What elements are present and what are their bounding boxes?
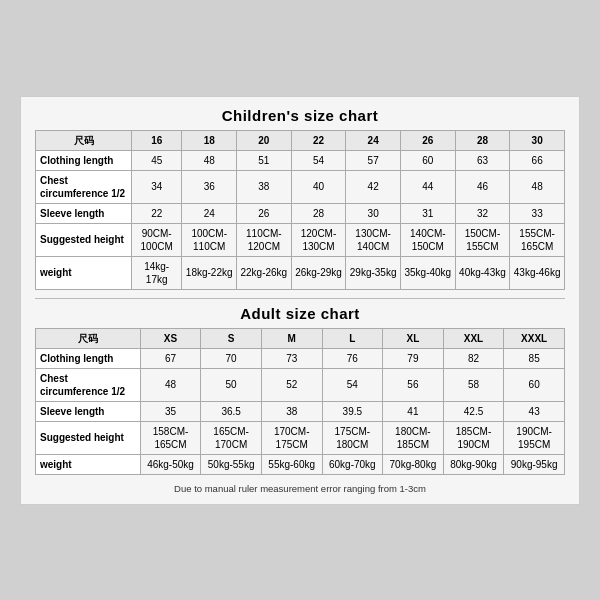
adult-row-label-0: Clothing length [36, 348, 141, 368]
adult-cell-2-5: 42.5 [443, 401, 504, 421]
children-cell-1-7: 48 [510, 170, 565, 203]
adult-cell-2-2: 38 [261, 401, 322, 421]
adult-header-3: M [261, 328, 322, 348]
children-header-8: 30 [510, 130, 565, 150]
children-cell-3-3: 120CM-130CM [291, 223, 346, 256]
adult-cell-0-1: 70 [201, 348, 262, 368]
children-title: Children's size chart [35, 107, 565, 124]
children-row-label-4: weight [36, 256, 132, 289]
children-row-label-2: Sleeve length [36, 203, 132, 223]
children-cell-1-4: 42 [346, 170, 401, 203]
children-cell-1-0: 34 [132, 170, 182, 203]
adult-cell-3-3: 175CM-180CM [322, 421, 383, 454]
adult-cell-1-0: 48 [140, 368, 201, 401]
adult-cell-1-5: 58 [443, 368, 504, 401]
children-cell-1-6: 46 [455, 170, 510, 203]
children-row-3: Suggested height90CM-100CM100CM-110CM110… [36, 223, 565, 256]
children-cell-3-0: 90CM-100CM [132, 223, 182, 256]
children-cell-2-3: 28 [291, 203, 346, 223]
adult-header-1: XS [140, 328, 201, 348]
adult-row-2: Sleeve length3536.53839.54142.543 [36, 401, 565, 421]
children-cell-0-4: 57 [346, 150, 401, 170]
children-row-label-0: Clothing length [36, 150, 132, 170]
children-row-4: weight14kg-17kg18kg-22kg22kg-26kg26kg-29… [36, 256, 565, 289]
children-cell-2-0: 22 [132, 203, 182, 223]
adult-cell-4-4: 70kg-80kg [383, 454, 444, 474]
adult-title: Adult size chart [35, 305, 565, 322]
children-header-3: 20 [237, 130, 292, 150]
children-cell-3-1: 100CM-110CM [182, 223, 237, 256]
adult-cell-2-1: 36.5 [201, 401, 262, 421]
children-cell-0-1: 48 [182, 150, 237, 170]
adult-cell-0-6: 85 [504, 348, 565, 368]
children-table: 尺码1618202224262830 Clothing length454851… [35, 130, 565, 290]
adult-cell-3-5: 185CM-190CM [443, 421, 504, 454]
adult-row-0: Clothing length67707376798285 [36, 348, 565, 368]
chart-wrapper: Children's size chart 尺码1618202224262830… [20, 96, 580, 505]
adult-cell-1-1: 50 [201, 368, 262, 401]
adult-cell-3-4: 180CM-185CM [383, 421, 444, 454]
adult-cell-3-1: 165CM-170CM [201, 421, 262, 454]
children-header-7: 28 [455, 130, 510, 150]
adult-header-6: XXL [443, 328, 504, 348]
children-row-2: Sleeve length2224262830313233 [36, 203, 565, 223]
children-cell-4-3: 26kg-29kg [291, 256, 346, 289]
children-cell-0-5: 60 [400, 150, 455, 170]
children-cell-3-5: 140CM-150CM [400, 223, 455, 256]
adult-cell-4-1: 50kg-55kg [201, 454, 262, 474]
adult-header-2: S [201, 328, 262, 348]
adult-header-0: 尺码 [36, 328, 141, 348]
adult-row-label-4: weight [36, 454, 141, 474]
adult-row-1: Chest circumference 1/248505254565860 [36, 368, 565, 401]
adult-row-label-2: Sleeve length [36, 401, 141, 421]
children-header-2: 18 [182, 130, 237, 150]
children-header-1: 16 [132, 130, 182, 150]
children-row-label-1: Chest circumference 1/2 [36, 170, 132, 203]
children-row-0: Clothing length4548515457606366 [36, 150, 565, 170]
adult-cell-2-3: 39.5 [322, 401, 383, 421]
adult-cell-3-2: 170CM-175CM [261, 421, 322, 454]
children-cell-4-5: 35kg-40kg [400, 256, 455, 289]
children-cell-4-7: 43kg-46kg [510, 256, 565, 289]
children-cell-2-1: 24 [182, 203, 237, 223]
adult-cell-1-4: 56 [383, 368, 444, 401]
adult-cell-4-5: 80kg-90kg [443, 454, 504, 474]
adult-row-4: weight46kg-50kg50kg-55kg55kg-60kg60kg-70… [36, 454, 565, 474]
children-row-1: Chest circumference 1/23436384042444648 [36, 170, 565, 203]
children-cell-0-2: 51 [237, 150, 292, 170]
adult-row-label-3: Suggested height [36, 421, 141, 454]
adult-cell-4-3: 60kg-70kg [322, 454, 383, 474]
adult-cell-4-0: 46kg-50kg [140, 454, 201, 474]
adult-cell-0-3: 76 [322, 348, 383, 368]
children-cell-2-4: 30 [346, 203, 401, 223]
children-row-label-3: Suggested height [36, 223, 132, 256]
adult-cell-0-4: 79 [383, 348, 444, 368]
children-cell-1-3: 40 [291, 170, 346, 203]
adult-row-3: Suggested height158CM-165CM165CM-170CM17… [36, 421, 565, 454]
children-cell-4-6: 40kg-43kg [455, 256, 510, 289]
children-header-0: 尺码 [36, 130, 132, 150]
adult-cell-2-4: 41 [383, 401, 444, 421]
children-cell-4-4: 29kg-35kg [346, 256, 401, 289]
children-cell-0-3: 54 [291, 150, 346, 170]
adult-cell-3-0: 158CM-165CM [140, 421, 201, 454]
divider [35, 298, 565, 299]
adult-header-4: L [322, 328, 383, 348]
adult-header-7: XXXL [504, 328, 565, 348]
adult-row-label-1: Chest circumference 1/2 [36, 368, 141, 401]
children-cell-3-4: 130CM-140CM [346, 223, 401, 256]
children-cell-3-7: 155CM-165CM [510, 223, 565, 256]
children-cell-3-6: 150CM-155CM [455, 223, 510, 256]
children-cell-2-5: 31 [400, 203, 455, 223]
children-cell-0-7: 66 [510, 150, 565, 170]
adult-cell-1-3: 54 [322, 368, 383, 401]
adult-cell-4-6: 90kg-95kg [504, 454, 565, 474]
adult-cell-0-2: 73 [261, 348, 322, 368]
children-cell-2-2: 26 [237, 203, 292, 223]
children-header-6: 26 [400, 130, 455, 150]
children-cell-3-2: 110CM-120CM [237, 223, 292, 256]
children-cell-1-5: 44 [400, 170, 455, 203]
adult-cell-0-5: 82 [443, 348, 504, 368]
children-cell-1-1: 36 [182, 170, 237, 203]
adult-cell-4-2: 55kg-60kg [261, 454, 322, 474]
